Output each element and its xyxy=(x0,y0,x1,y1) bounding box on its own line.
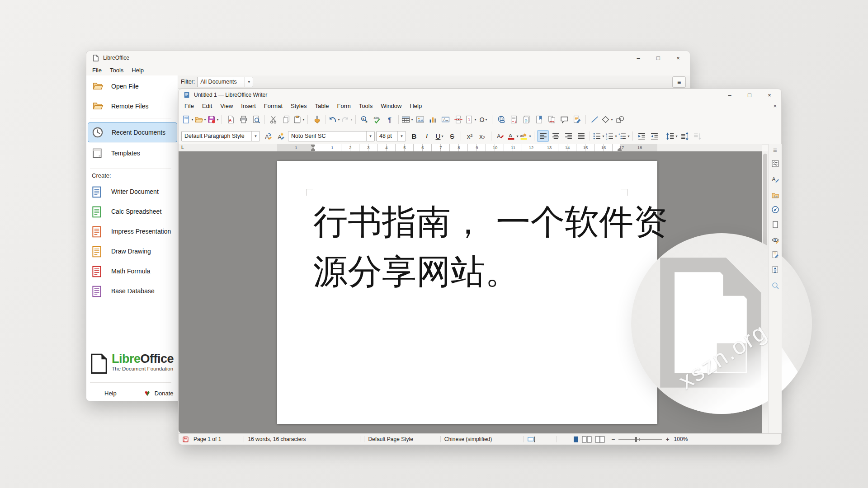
help-link[interactable]: Help xyxy=(104,390,117,397)
cross-reference-button[interactable] xyxy=(546,113,557,125)
outline-list-button[interactable]: 1▾ xyxy=(618,130,630,142)
text-language[interactable]: Chinese (simplified) xyxy=(444,436,492,442)
new-document-button[interactable]: ▾ xyxy=(182,113,193,125)
chevron-down-icon[interactable]: ▾ xyxy=(611,117,613,122)
align-center-button[interactable] xyxy=(550,130,561,142)
chevron-down-icon[interactable]: ▾ xyxy=(191,117,193,122)
menu-view[interactable]: View xyxy=(216,102,237,110)
menu-table[interactable]: Table xyxy=(311,102,333,110)
decrease-indent-button[interactable] xyxy=(648,130,660,142)
print-button[interactable] xyxy=(237,113,249,125)
book-view-icon[interactable] xyxy=(595,436,605,443)
create-base-database[interactable]: Base Database xyxy=(88,282,176,300)
chevron-down-icon[interactable]: ▾ xyxy=(397,131,406,141)
sidebar-item-open-file[interactable]: Open File xyxy=(88,77,176,95)
menu-format[interactable]: Format xyxy=(260,102,287,110)
document-page[interactable]: 行书指南， 一个软件资源分享网站。 xyxy=(277,161,657,424)
find-icon[interactable] xyxy=(770,281,780,290)
menu-tools[interactable]: Tools xyxy=(355,102,377,110)
hyperlink-button[interactable] xyxy=(495,113,507,125)
align-left-button[interactable] xyxy=(537,130,549,142)
menu-window[interactable]: Window xyxy=(377,102,406,110)
special-character-button[interactable]: Ω▾ xyxy=(477,113,489,125)
insert-chart-button[interactable] xyxy=(427,113,439,125)
save-button[interactable]: ▾ xyxy=(207,113,219,125)
sidebar-menu-icon[interactable]: ≡ xyxy=(770,145,780,155)
bold-button[interactable]: B xyxy=(408,130,420,142)
donate-link[interactable]: Donate xyxy=(155,390,174,397)
chevron-down-icon[interactable]: ▾ xyxy=(251,131,259,141)
bookmark-button[interactable] xyxy=(533,113,545,125)
manage-changes-icon[interactable] xyxy=(770,250,780,259)
view-options-button[interactable]: ≡ xyxy=(672,76,686,88)
clear-formatting-button[interactable]: A xyxy=(494,130,506,142)
navigator-icon[interactable] xyxy=(770,205,780,214)
chevron-down-icon[interactable]: ▾ xyxy=(350,117,352,122)
line-spacing-button[interactable]: ▾ xyxy=(666,130,678,142)
redo-button[interactable]: ▾ xyxy=(341,113,353,125)
new-style-button[interactable]: A xyxy=(274,130,286,142)
basic-shapes-button[interactable]: ▾ xyxy=(601,113,613,125)
track-changes-button[interactable] xyxy=(571,113,583,125)
chevron-down-icon[interactable]: ▾ xyxy=(338,117,340,122)
print-preview-button[interactable] xyxy=(250,113,262,125)
chevron-down-icon[interactable]: ▾ xyxy=(217,117,218,122)
strikethrough-button[interactable]: S xyxy=(446,130,458,142)
move-paragraph-button[interactable] xyxy=(679,130,690,142)
highlight-color-button[interactable]: ab▾ xyxy=(519,130,531,142)
insert-textbox-button[interactable]: A xyxy=(439,113,451,125)
zoom-slider[interactable] xyxy=(618,439,662,440)
menu-help[interactable]: Help xyxy=(406,102,426,110)
styles-icon[interactable]: A xyxy=(770,174,780,184)
menu-help[interactable]: Help xyxy=(127,66,148,75)
selection-mode-icon[interactable] xyxy=(528,436,536,442)
chevron-down-icon[interactable]: ▾ xyxy=(615,134,617,138)
chevron-down-icon[interactable]: ▾ xyxy=(486,117,487,122)
italic-button[interactable]: I xyxy=(421,130,433,142)
chevron-down-icon[interactable]: ▾ xyxy=(627,134,629,138)
page-style[interactable]: Default Page Style xyxy=(368,436,413,442)
numbered-list-button[interactable]: 123▾ xyxy=(605,130,617,142)
page-count[interactable]: Page 1 of 1 xyxy=(193,436,221,442)
spelling-button[interactable]: abc xyxy=(371,113,383,125)
chevron-down-icon[interactable]: ▾ xyxy=(474,117,476,122)
zoom-in-button[interactable]: + xyxy=(665,436,669,443)
chevron-down-icon[interactable]: ▾ xyxy=(441,134,443,138)
gallery-icon[interactable] xyxy=(770,190,780,200)
update-style-button[interactable]: A xyxy=(262,130,274,142)
menu-tools[interactable]: Tools xyxy=(106,66,127,75)
clone-formatting-button[interactable] xyxy=(311,113,322,125)
increase-indent-button[interactable] xyxy=(636,130,647,142)
create-impress-presentation[interactable]: Impress Presentation xyxy=(88,222,176,240)
move-down-button[interactable] xyxy=(691,130,703,142)
justify-button[interactable] xyxy=(575,130,587,142)
font-name-combo[interactable]: Noto Serif SC ▾ xyxy=(288,131,375,141)
word-count[interactable]: 16 words, 16 characters xyxy=(248,436,306,442)
formatting-marks-button[interactable]: ¶ xyxy=(384,113,396,125)
properties-icon[interactable] xyxy=(770,159,780,168)
horizontal-ruler[interactable]: L 1123456789101112131415161718 xyxy=(179,144,762,152)
chevron-down-icon[interactable]: ▾ xyxy=(204,117,206,122)
multi-page-view-icon[interactable] xyxy=(582,436,592,443)
maximize-button[interactable]: □ xyxy=(740,89,760,101)
endnote-button[interactable]: (i) xyxy=(520,113,532,125)
menu-styles[interactable]: Styles xyxy=(287,102,311,110)
save-status-icon[interactable] xyxy=(182,436,189,443)
footnote-button[interactable]: 1 xyxy=(508,113,519,125)
chevron-down-icon[interactable]: ▾ xyxy=(245,77,253,87)
chevron-down-icon[interactable]: ▾ xyxy=(411,117,413,122)
sidebar-item-recent-documents[interactable]: Recent Documents xyxy=(88,122,177,142)
zoom-out-button[interactable]: − xyxy=(611,436,615,443)
minimize-button[interactable]: – xyxy=(628,51,648,65)
menu-form[interactable]: Form xyxy=(333,102,354,110)
filter-dropdown[interactable]: All Documents ▾ xyxy=(197,77,253,87)
page-icon[interactable] xyxy=(770,220,780,229)
create-math-formula[interactable]: Math Formula xyxy=(88,262,176,280)
sidebar-item-remote-files[interactable]: Remote Files xyxy=(88,97,176,115)
copy-button[interactable] xyxy=(280,113,292,125)
insert-line-button[interactable] xyxy=(589,113,600,125)
chevron-down-icon[interactable]: ▾ xyxy=(675,134,677,138)
open-button[interactable]: ▾ xyxy=(194,113,206,125)
chevron-down-icon[interactable]: ▾ xyxy=(529,134,531,138)
create-draw-drawing[interactable]: Draw Drawing xyxy=(88,242,176,260)
